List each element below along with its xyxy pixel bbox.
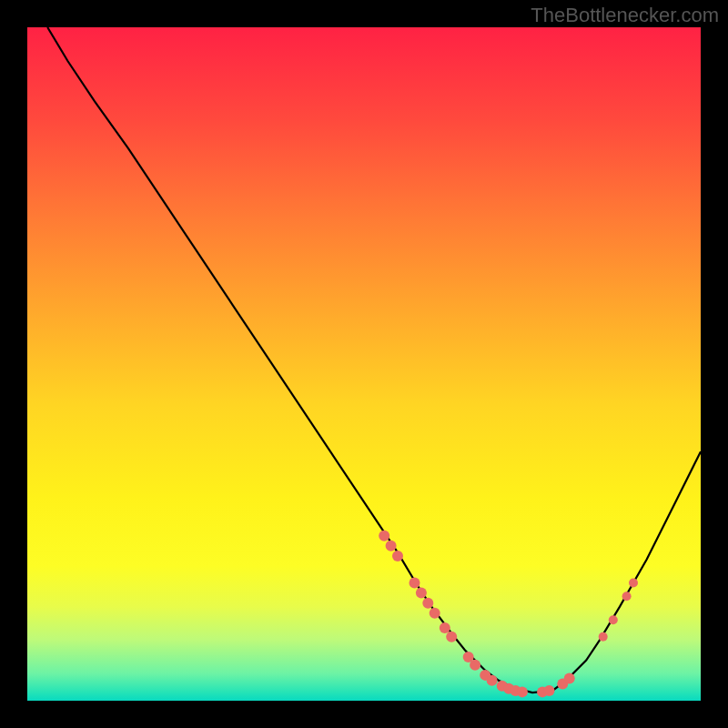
data-marker [487, 675, 498, 686]
data-marker [392, 551, 403, 561]
bottleneck-curve [47, 27, 701, 693]
data-marker [517, 686, 528, 697]
data-marker [470, 660, 480, 671]
data-marker [422, 598, 433, 609]
data-marker [379, 531, 389, 541]
data-marker [430, 608, 440, 619]
data-marker [386, 541, 397, 551]
chart-svg [27, 27, 701, 701]
watermark-text: TheBottlenecker.com [531, 4, 719, 27]
data-marker [410, 578, 420, 589]
data-marker [622, 592, 632, 601]
data-marker [446, 632, 457, 642]
data-marker [544, 685, 555, 696]
data-marker [416, 588, 427, 599]
data-marker [599, 632, 608, 642]
data-markers [379, 531, 638, 698]
data-marker [564, 673, 575, 684]
plot-area [27, 27, 701, 701]
data-marker [629, 579, 638, 588]
data-marker [440, 622, 450, 633]
data-marker [609, 615, 618, 624]
